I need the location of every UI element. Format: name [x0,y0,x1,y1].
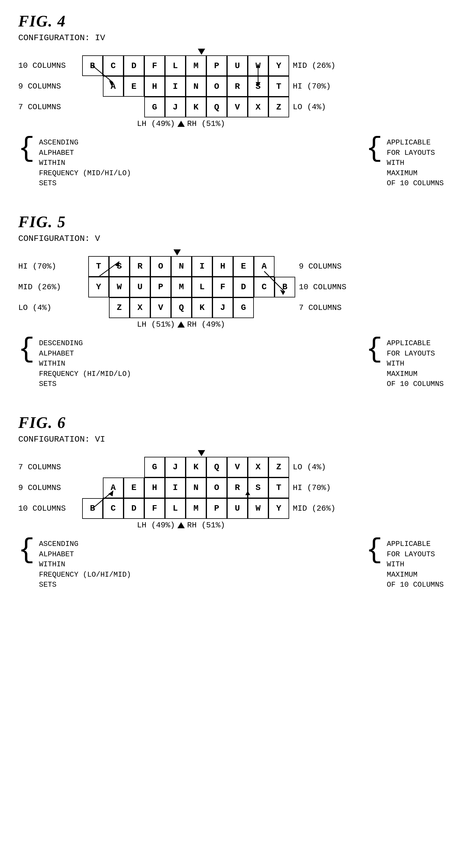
fig5-row3-right-label: 7 COLUMNS [299,298,354,318]
cell-B: B [82,498,103,519]
fig5-notes: { DESCENDINGALPHABETWITHINFREQUENCY (HI/… [18,338,444,389]
cell-N: N [186,477,206,498]
fig5-row2-left-label: MID (26%) [18,277,85,298]
cell-Z: Z [109,298,129,318]
fig5-right-brace: { [366,336,382,363]
cell-F: F [212,277,233,298]
fig6-right-labels: LO (4%) HI (70%) MID (26%) [293,457,348,519]
cell-C: C [103,498,123,519]
fig6-grid: G J K Q V X Z A E H I [82,457,289,519]
cell-E: E [123,477,144,498]
cell-K: K [186,457,206,477]
cell-R: R [227,477,248,498]
cell-K: K [192,298,212,318]
fig6-rh-label: RH (51%) [187,521,225,530]
cell-H: H [212,256,233,277]
cell-empty [275,298,295,318]
cell-L: L [192,277,212,298]
cell-T: T [268,477,289,498]
fig6-grid-row1: G J K Q V X Z [82,457,289,477]
cell-empty [82,76,103,97]
fig5-row3-left-label: LO (4%) [18,298,85,318]
fig4-note-right: APPLICABLEFOR LAYOUTSWITHMAXIMUMOF 10 CO… [387,137,444,189]
figure-5: FIG. 5 CONFIGURATION: V HI (70%) MID (26… [18,213,444,389]
fig5-left-labels: HI (70%) MID (26%) LO (4%) [18,256,85,318]
cell-Q: Q [206,97,227,117]
fig4-grid-row2: A E H I N O R S T [82,76,289,97]
fig5-row2-right-label: 10 COLUMNS [299,277,354,298]
fig6-left-brace: { [18,536,35,564]
cell-J: J [165,97,186,117]
cell-S: S [248,477,268,498]
cell-H: H [144,477,165,498]
cell-T: T [88,256,109,277]
cell-empty [123,97,144,117]
cell-empty [103,457,123,477]
cell-Z: Z [268,97,289,117]
cell-Y: Y [88,277,109,298]
fig4-lhrh-arrow [177,121,185,127]
cell-V: V [150,298,171,318]
fig4-grid-row3: G J K Q V X Z [82,97,289,117]
cell-empty [82,477,103,498]
cell-A: A [103,477,123,498]
cell-H: H [144,76,165,97]
fig6-config: CONFIGURATION: VI [18,435,444,444]
fig5-grid-row1: T S R O N I H E A [88,256,295,277]
fig6-top-arrow [198,450,205,456]
cell-C: C [254,277,275,298]
cell-Z: Z [268,457,289,477]
fig5-grid-row3: Z X V Q K J G [88,298,295,318]
cell-empty [123,457,144,477]
cell-L: L [165,498,186,519]
fig6-row3-right-label: MID (26%) [293,498,348,519]
cell-S: S [109,256,129,277]
cell-G: G [144,97,165,117]
fig4-row2-left-label: 9 COLUMNS [18,76,79,97]
fig5-diagram: HI (70%) MID (26%) LO (4%) T S R O N I H [18,249,444,329]
cell-J: J [212,298,233,318]
fig6-left-labels: 7 COLUMNS 9 COLUMNS 10 COLUMNS [18,457,79,519]
fig6-lhrh-arrow [177,522,185,528]
fig4-row3-right-label: LO (4%) [293,97,348,117]
cell-W: W [248,498,268,519]
cell-C: C [103,55,123,76]
fig4-row1-left-label: 10 COLUMNS [18,55,79,76]
fig4-title: FIG. 4 [18,12,444,30]
fig4-row2-right-label: HI (70%) [293,76,348,97]
fig6-row1-left-label: 7 COLUMNS [18,457,79,477]
cell-X: X [248,97,268,117]
fig5-note-right: APPLICABLEFOR LAYOUTSWITHMAXIMUMOF 10 CO… [387,338,444,389]
cell-E: E [233,256,254,277]
cell-U: U [129,277,150,298]
cell-Q: Q [171,298,192,318]
cell-F: F [144,498,165,519]
fig4-config: CONFIGURATION: IV [18,33,444,42]
fig4-top-arrow [198,49,205,55]
cell-T: T [268,76,289,97]
cell-Y: Y [268,55,289,76]
cell-K: K [186,97,206,117]
cell-P: P [150,277,171,298]
cell-D: D [233,277,254,298]
fig6-note-left: ASCENDINGALPHABETWITHINFREQUENCY (LO/HI/… [39,539,131,590]
fig6-row2-left-label: 9 COLUMNS [18,477,79,498]
fig5-note-left: DESCENDINGALPHABETWITHINFREQUENCY (HI/MI… [39,338,131,389]
cell-empty [103,97,123,117]
cell-I: I [192,256,212,277]
fig5-top-arrow [173,249,181,255]
cell-O: O [150,256,171,277]
cell-M: M [186,498,206,519]
cell-G: G [233,298,254,318]
fig4-rh-label: RH (51%) [187,119,225,128]
fig4-right-labels: MID (26%) HI (70%) LO (4%) [293,55,348,117]
fig4-note-left: ASCENDINGALPHABETWITHINFREQUENCY (MID/HI… [39,137,131,189]
fig6-grid-row3: B C D F L M P U W Y [82,498,289,519]
cell-empty [82,97,103,117]
cell-D: D [123,55,144,76]
fig5-lhrh-arrow [177,321,185,328]
cell-A: A [254,256,275,277]
fig4-row1-right-label: MID (26%) [293,55,348,76]
cell-B: B [275,277,295,298]
cell-N: N [186,76,206,97]
